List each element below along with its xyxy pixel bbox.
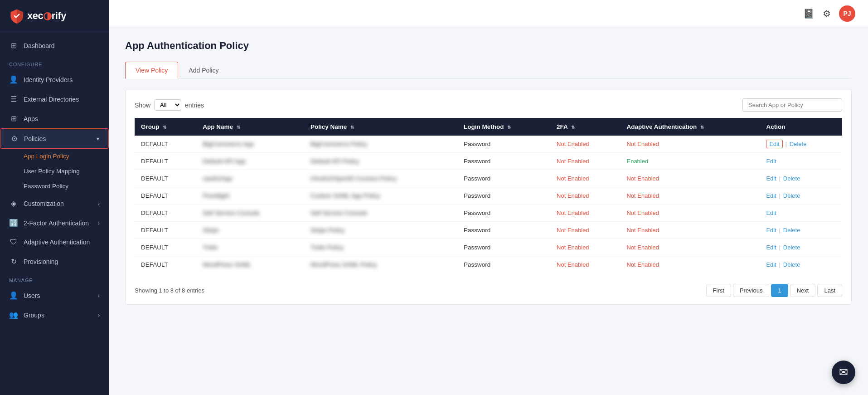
edit-button[interactable]: Edit	[766, 140, 782, 148]
table-controls: Show All 10 25 50 100 entries	[135, 98, 842, 112]
sidebar-item-label: Identity Providers	[24, 76, 73, 83]
2fa-arrow-icon: ›	[98, 220, 100, 226]
delete-button[interactable]: Delete	[783, 192, 800, 199]
logo-area: xec◑rify	[0, 0, 109, 32]
cell-action: Edit	[760, 153, 842, 170]
sidebar-item-groups[interactable]: 👥 Groups ›	[0, 305, 109, 325]
sidebar-navigation: ⊞ Dashboard Configure 👤 Identity Provide…	[0, 32, 109, 395]
edit-button[interactable]: Edit	[766, 192, 776, 199]
sidebar-item-password-policy[interactable]: Password Policy	[0, 179, 109, 194]
sidebar-item-label: 2-Factor Authentication	[24, 219, 89, 227]
edit-button[interactable]: Edit	[766, 244, 776, 251]
provisioning-icon: ↻	[9, 257, 18, 266]
sidebar-item-apps[interactable]: ⊞ Apps	[0, 109, 109, 128]
cell-app-name: Flurellight	[196, 187, 304, 205]
sidebar-item-customization[interactable]: ◈ Customization ›	[0, 194, 109, 213]
last-page-button[interactable]: Last	[817, 284, 842, 297]
sidebar-item-label: Provisioning	[24, 258, 58, 265]
delete-button[interactable]: Delete	[783, 227, 800, 234]
edit-button[interactable]: Edit	[766, 175, 776, 182]
table-row: DEFAULTBigCommerce AppBigCommerce Policy…	[135, 136, 842, 153]
policies-arrow-icon: ▾	[97, 136, 99, 142]
sidebar-item-users[interactable]: 👤 Users ›	[0, 286, 109, 305]
topbar: 📓 ⚙ PJ	[109, 0, 868, 27]
page-1-button[interactable]: 1	[771, 284, 788, 297]
table-row: DEFAULTDefault API AppDefault API Policy…	[135, 153, 842, 170]
action-separator: |	[777, 227, 782, 234]
action-separator: |	[777, 244, 782, 251]
cell-policy-name: Self Service Console	[304, 205, 457, 222]
cell-policy-name: OAuth2/OpenID Connect Policy	[304, 170, 457, 187]
sidebar-item-provisioning[interactable]: ↻ Provisioning	[0, 252, 109, 271]
search-input[interactable]	[742, 98, 842, 112]
settings-icon[interactable]: ⚙	[823, 8, 831, 19]
tab-add-policy[interactable]: Add Policy	[178, 62, 229, 79]
previous-page-button[interactable]: Previous	[733, 284, 770, 297]
chat-bubble[interactable]: ✉	[832, 361, 855, 384]
sidebar-item-user-policy-mapping[interactable]: User Policy Mapping	[0, 164, 109, 179]
show-label: Show	[135, 102, 150, 109]
entries-select[interactable]: All 10 25 50 100	[154, 99, 181, 111]
delete-button[interactable]: Delete	[783, 261, 800, 268]
sidebar-item-dashboard[interactable]: ⊞ Dashboard	[0, 36, 109, 55]
cell-policy-name: Stripe Policy	[304, 222, 457, 239]
cell-group: DEFAULT	[135, 256, 196, 273]
chat-icon: ✉	[839, 366, 848, 379]
edit-button[interactable]: Edit	[766, 210, 776, 216]
col-action: Action	[760, 118, 842, 136]
col-group: Group ⇅	[135, 118, 196, 136]
groups-icon: 👥	[9, 311, 18, 319]
edit-button[interactable]: Edit	[766, 261, 776, 268]
users-arrow-icon: ›	[98, 293, 100, 299]
cell-2fa: Not Enabled	[550, 222, 620, 239]
cell-policy-name: WordPress SAML Policy	[304, 256, 457, 273]
cell-adaptive: Not Enabled	[620, 170, 760, 187]
users-icon: 👤	[9, 291, 18, 300]
main-content: 📓 ⚙ PJ App Authentication Policy View Po…	[109, 0, 868, 395]
pagination: First Previous 1 Next Last	[706, 284, 842, 297]
sidebar-item-2fa[interactable]: 🔢 2-Factor Authentication ›	[0, 213, 109, 233]
user-avatar[interactable]: PJ	[839, 5, 855, 22]
sidebar-item-label: Policies	[24, 135, 46, 142]
sidebar-item-identity-providers[interactable]: 👤 Identity Providers	[0, 70, 109, 89]
cell-group: DEFAULT	[135, 136, 196, 153]
cell-group: DEFAULT	[135, 170, 196, 187]
delete-button[interactable]: Delete	[790, 141, 807, 147]
edit-button[interactable]: Edit	[766, 227, 776, 234]
cell-action: Edit | Delete	[760, 256, 842, 273]
cell-policy-name: BigCommerce Policy	[304, 136, 457, 153]
notebook-icon[interactable]: 📓	[803, 8, 815, 19]
cell-policy-name: Trello Policy	[304, 239, 457, 256]
cell-login-method: Password	[457, 222, 550, 239]
sidebar-item-external-directories[interactable]: ☰ External Directories	[0, 89, 109, 109]
external-directories-icon: ☰	[9, 95, 18, 103]
edit-button[interactable]: Edit	[766, 158, 776, 165]
delete-button[interactable]: Delete	[783, 244, 800, 251]
cell-action: Edit | Delete	[760, 222, 842, 239]
cell-action: Edit | Delete	[760, 187, 842, 205]
sidebar-item-label: Adaptive Authentication	[24, 239, 90, 246]
sidebar-item-label: External Directories	[24, 96, 79, 103]
cell-app-name: Trello	[196, 239, 304, 256]
next-page-button[interactable]: Next	[790, 284, 816, 297]
cell-login-method: Password	[457, 256, 550, 273]
brand-name: xec◑rify	[27, 10, 66, 22]
cell-adaptive: Not Enabled	[620, 239, 760, 256]
first-page-button[interactable]: First	[706, 284, 731, 297]
table-container: Show All 10 25 50 100 entries Group	[125, 89, 852, 305]
sidebar-item-adaptive-auth[interactable]: 🛡 Adaptive Authentication	[0, 233, 109, 252]
delete-button[interactable]: Delete	[783, 175, 800, 182]
cell-2fa: Not Enabled	[550, 256, 620, 273]
groups-arrow-icon: ›	[98, 312, 100, 318]
cell-adaptive: Not Enabled	[620, 205, 760, 222]
table-row: DEFAULTFlurellightCustom SAML App Policy…	[135, 187, 842, 205]
tab-view-policy[interactable]: View Policy	[125, 62, 178, 79]
cell-adaptive: Not Enabled	[620, 136, 760, 153]
sidebar-item-policies[interactable]: ⊙ Policies ▾	[0, 128, 109, 149]
policy-table: Group ⇅ App Name ⇅ Policy Name ⇅ Login M…	[135, 118, 842, 273]
cell-2fa: Not Enabled	[550, 205, 620, 222]
sidebar-item-app-login-policy[interactable]: App Login Policy	[0, 149, 109, 164]
cell-login-method: Password	[457, 170, 550, 187]
col-policy-name: Policy Name ⇅	[304, 118, 457, 136]
cell-login-method: Password	[457, 239, 550, 256]
